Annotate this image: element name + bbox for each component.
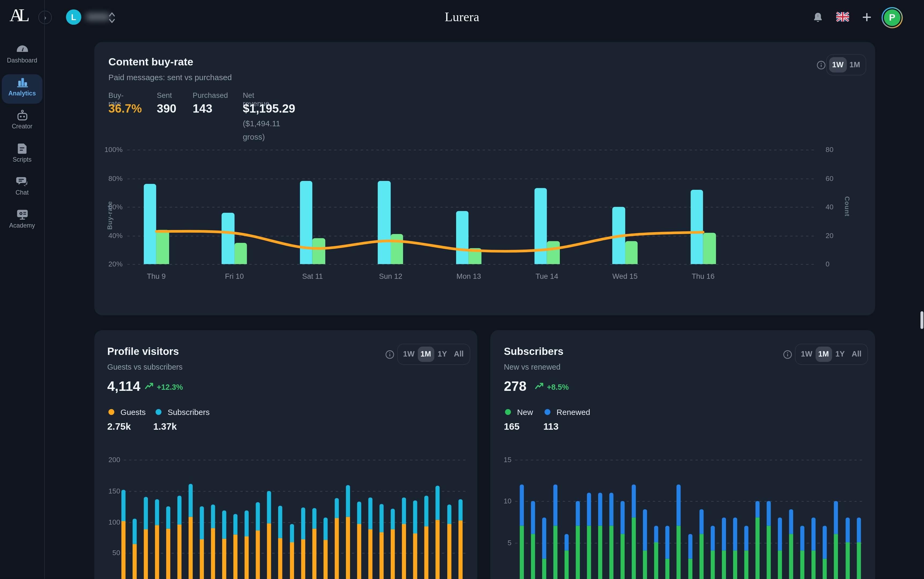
stacked-bar — [211, 504, 215, 579]
renewed-segment — [576, 501, 580, 526]
subscribers-segment — [132, 518, 136, 544]
subscribers-segment — [278, 506, 282, 538]
stacked-bar — [245, 511, 249, 579]
new-segment — [620, 534, 625, 579]
gridline — [127, 264, 816, 265]
guests-segment — [402, 524, 406, 579]
new-segment — [655, 543, 658, 579]
language-uk-flag-icon[interactable] — [836, 12, 849, 22]
sidebar-item-academy[interactable]: Academy — [2, 206, 42, 236]
stacked-bar — [256, 502, 260, 579]
stacked-bar — [531, 501, 535, 579]
stacked-bar — [346, 485, 350, 579]
renewed-segment — [531, 501, 535, 534]
stacked-bar — [278, 506, 282, 579]
new-segment — [800, 551, 805, 579]
stacked-bar — [778, 518, 782, 579]
add-new-button[interactable]: + — [859, 8, 874, 26]
stacked-bar — [812, 518, 816, 579]
renewed-segment — [834, 501, 838, 534]
chat-bubbles-icon — [15, 175, 29, 187]
content-buy-rate-card: Content buy-rate Paid messages: sent vs … — [94, 42, 875, 315]
stacked-bar — [290, 524, 294, 579]
left-axis-tick: 20% — [94, 260, 123, 268]
stacked-bar — [447, 504, 451, 579]
new-segment — [666, 559, 670, 579]
subscribers-segment — [222, 511, 226, 538]
renewed-segment — [564, 534, 568, 551]
renewed-segment — [756, 501, 759, 518]
new-segment — [699, 534, 703, 579]
x-axis-label: Tue 14 — [523, 272, 571, 281]
stacked-bar — [121, 489, 125, 579]
stacked-bar — [767, 501, 771, 579]
stacked-bar — [845, 518, 849, 579]
renewed-segment — [733, 518, 737, 551]
new-segment — [564, 551, 568, 579]
stacked-bar — [323, 518, 328, 579]
top-bar: AL › L Lurera + P — [0, 0, 924, 35]
range-option-1m[interactable]: 1M — [847, 57, 863, 72]
stacked-bar — [655, 526, 658, 579]
document-icon — [15, 142, 29, 154]
stacked-bar — [155, 500, 159, 579]
sidebar-item-chat[interactable]: Chat — [2, 173, 42, 203]
notifications-bell-icon[interactable] — [811, 11, 824, 24]
new-segment — [767, 526, 771, 579]
new-segment — [812, 551, 816, 579]
guests-segment — [144, 529, 148, 579]
subscribers-segment — [357, 502, 361, 524]
stacked-bar — [632, 485, 636, 579]
x-axis-label: Mon 13 — [445, 272, 492, 281]
sidebar-item-analytics[interactable]: Analytics — [2, 74, 42, 104]
subscribers-card: Subscribers New vs renewed 278 +8.5% 1W1… — [490, 330, 875, 579]
guests-segment — [166, 529, 170, 579]
renewed-segment — [812, 518, 816, 551]
stacked-bar — [710, 526, 715, 579]
stat-value-sent: 390 — [157, 102, 176, 116]
bar-chart-icon — [15, 77, 29, 88]
renewed-segment — [857, 518, 860, 543]
stacked-bar — [144, 497, 148, 579]
buy-rate-line — [127, 150, 816, 264]
stacked-bar — [587, 493, 591, 579]
renewed-segment — [542, 518, 546, 559]
new-segment — [834, 534, 838, 579]
screen: AL › L Lurera + P — [0, 0, 924, 579]
stacked-bar — [857, 518, 860, 579]
y-axis-tick: 150 — [94, 487, 120, 495]
y-axis-tick: 200 — [94, 456, 120, 464]
new-segment — [744, 551, 748, 579]
range-option-1w[interactable]: 1W — [829, 57, 847, 72]
renewed-segment — [722, 518, 726, 551]
profile-avatar[interactable]: P — [882, 7, 903, 28]
subscribers-segment — [301, 508, 305, 539]
subscribers-segment — [312, 508, 316, 529]
stacked-bar — [166, 506, 170, 579]
stacked-bar — [598, 493, 602, 579]
guests-segment — [379, 532, 384, 579]
new-segment — [688, 559, 692, 579]
scrollbar-thumb[interactable] — [921, 311, 924, 329]
subscribers-segment — [245, 511, 249, 536]
stat-label: Purchased — [193, 92, 228, 100]
right-axis-tick: 20 — [826, 231, 849, 240]
sidebar-item-scripts[interactable]: Scripts — [2, 140, 42, 170]
guests-segment — [323, 540, 328, 579]
sidebar-item-dashboard[interactable]: Dashboard — [2, 41, 42, 71]
stat-value-purchased: 143 — [193, 102, 212, 116]
subscribers-segment — [290, 524, 294, 543]
info-icon[interactable] — [817, 61, 826, 69]
guests-segment — [368, 529, 372, 579]
subscribers-segment — [144, 497, 148, 529]
new-segment — [733, 551, 737, 579]
sidebar-item-label: Academy — [2, 222, 42, 229]
subscribers-segment — [413, 500, 417, 534]
guests-segment — [290, 543, 294, 579]
stacked-bar — [576, 501, 580, 579]
new-segment — [553, 526, 557, 579]
stacked-bar — [222, 511, 226, 579]
subscribers-segment — [166, 506, 170, 528]
stacked-bar — [553, 485, 557, 579]
sidebar-item-creator[interactable]: Creator — [2, 107, 42, 137]
